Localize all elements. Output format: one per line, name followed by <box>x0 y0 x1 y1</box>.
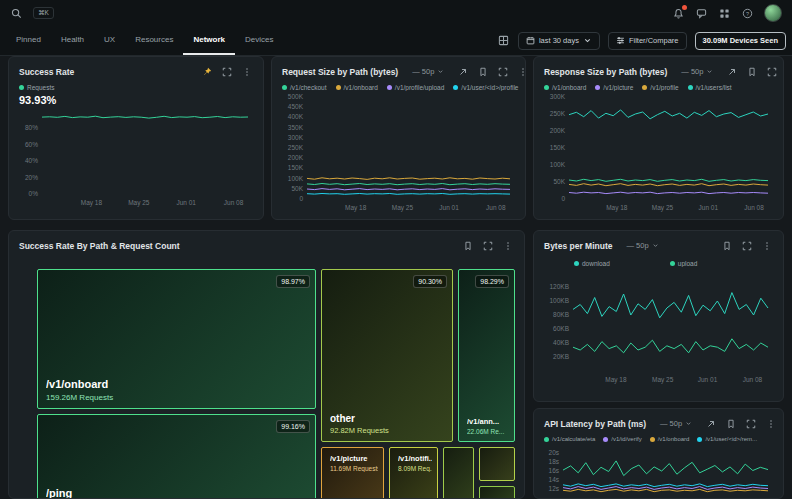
kebab-icon[interactable] <box>501 239 514 252</box>
svg-text:12s: 12s <box>549 485 560 492</box>
percentile-select[interactable]: — 50p <box>621 240 665 251</box>
legend-item[interactable]: Requests <box>19 84 54 91</box>
pin-icon[interactable] <box>200 65 213 78</box>
svg-text:May 18: May 18 <box>605 376 627 384</box>
percentile-select[interactable]: — 50p <box>675 66 719 77</box>
devices-seen-label: 30.09M Devices Seen <box>703 36 778 45</box>
layout-grid-icon[interactable] <box>497 34 510 47</box>
kebab-icon[interactable] <box>764 417 777 430</box>
legend-item[interactable]: /v1/user/<id>/profile <box>453 84 518 91</box>
search-icon[interactable] <box>10 7 23 20</box>
devices-seen-badge[interactable]: 30.09M Devices Seen <box>695 32 786 50</box>
svg-text:200K: 200K <box>550 127 566 134</box>
date-range-button[interactable]: last 30 days <box>518 32 600 50</box>
grid-icon[interactable] <box>718 7 731 20</box>
card-response-size: Response Size by Path (bytes) — 50p /v1/… <box>533 56 784 220</box>
kebab-icon[interactable] <box>760 239 773 252</box>
legend-item[interactable]: /v1/checkout <box>282 84 327 91</box>
legend-item[interactable]: /v1/onboard <box>650 436 690 442</box>
bookmark-icon[interactable] <box>476 65 489 78</box>
svg-text:400K: 400K <box>288 113 304 120</box>
bookmark-icon[interactable] <box>720 239 733 252</box>
tab-pinned[interactable]: Pinned <box>6 26 51 55</box>
svg-text:0: 0 <box>561 195 565 202</box>
bytes-per-minute-chart[interactable]: 20KB40KB60KB80KB100KB120KBMay 18May 25Ju… <box>543 269 774 385</box>
legend-item[interactable]: /v1/profile <box>642 84 678 91</box>
legend-item[interactable]: /v1/user/<id>/rem... <box>697 436 757 442</box>
legend-item[interactable]: download <box>574 260 610 267</box>
legend-item[interactable]: /v1/id/verify <box>603 436 641 442</box>
expand-icon[interactable] <box>744 417 757 430</box>
tab-network[interactable]: Network <box>183 26 235 55</box>
legend-item[interactable]: /v1/picture <box>595 84 633 91</box>
treemap-cell-v1-ann[interactable]: 98.29%/v1/ann...22.06M Re... <box>458 269 515 442</box>
tab-ux[interactable]: UX <box>94 26 125 55</box>
svg-text:100K: 100K <box>288 175 304 182</box>
svg-text:Jun 01: Jun 01 <box>698 376 718 383</box>
card-bytes-per-minute: Bytes per Minute — 50p downloadupload 20… <box>533 230 784 402</box>
treemap-cell-label: /v1/picture11.69M Requests <box>330 454 378 472</box>
svg-text:300K: 300K <box>550 93 566 100</box>
chevron-down-icon <box>437 68 444 75</box>
legend-item[interactable]: upload <box>670 260 698 267</box>
treemap-cell[interactable] <box>443 447 474 499</box>
treemap-cell-v1-picture[interactable]: /v1/picture11.69M Requests <box>321 447 384 499</box>
tab-health[interactable]: Health <box>51 26 94 55</box>
chart-legend: downloadupload <box>534 260 783 267</box>
treemap-cell[interactable] <box>479 447 515 481</box>
chat-icon[interactable] <box>695 7 708 20</box>
legend-item[interactable]: /v1/onboard <box>544 84 586 91</box>
percentile-select[interactable]: — 50p <box>406 66 450 77</box>
svg-text:14s: 14s <box>549 476 560 483</box>
svg-text:60%: 60% <box>25 141 38 148</box>
bell-icon[interactable] <box>672 7 685 20</box>
legend-item[interactable]: /v1/profile/upload <box>387 84 445 91</box>
treemap-cell-other[interactable]: 90.30%other92.82M Requests <box>321 269 453 442</box>
expand-icon[interactable] <box>740 239 753 252</box>
bookmark-icon[interactable] <box>461 239 474 252</box>
success-rate-chart[interactable]: 0%20%40%60%80%May 18May 25Jun 01Jun 08 <box>18 108 254 208</box>
treemap-cell[interactable] <box>479 486 515 499</box>
treemap-cell-v1-notifi[interactable]: /v1/notifi...8.09M Req... <box>389 447 438 499</box>
share-icon[interactable] <box>725 65 738 78</box>
legend-item[interactable]: /v1/onboard <box>336 84 378 91</box>
expand-icon[interactable] <box>496 65 509 78</box>
bookmark-icon[interactable] <box>745 65 758 78</box>
legend-item[interactable]: /v1/users/list <box>688 84 732 91</box>
expand-icon[interactable] <box>765 65 778 78</box>
expand-icon[interactable] <box>220 65 233 78</box>
bookmark-icon[interactable] <box>724 417 737 430</box>
filter-compare-button[interactable]: Filter/Compare <box>608 32 687 50</box>
chart-legend: /v1/calculate/eta/v1/id/verify/v1/onboar… <box>534 436 783 442</box>
tab-resources[interactable]: Resources <box>125 26 183 55</box>
share-icon[interactable] <box>704 417 717 430</box>
request-size-chart[interactable]: 050K100K150K200K250K300K350K400K450K500K… <box>281 93 516 213</box>
legend-dot <box>19 85 24 90</box>
avatar[interactable] <box>764 4 782 22</box>
tab-list: PinnedHealthUXResourcesNetworkDevices <box>6 26 283 55</box>
svg-text:450K: 450K <box>288 103 304 110</box>
svg-text:100KB: 100KB <box>549 297 569 304</box>
help-icon[interactable]: ? <box>741 7 754 20</box>
share-icon[interactable] <box>456 65 469 78</box>
api-latency-chart[interactable]: 12s14s16s18s20sMay 18May 25Jun 01Jun 08 <box>543 444 774 499</box>
response-size-chart[interactable]: 050K100K150K200K250K300KMay 18May 25Jun … <box>543 93 774 213</box>
svg-text:Jun 01: Jun 01 <box>176 199 196 206</box>
tab-devices[interactable]: Devices <box>235 26 283 55</box>
svg-text:Jun 08: Jun 08 <box>224 199 244 206</box>
success-rate-badge: 98.97% <box>276 275 310 288</box>
kebab-icon[interactable] <box>516 65 526 78</box>
expand-icon[interactable] <box>481 239 494 252</box>
legend-dot <box>453 85 458 90</box>
date-range-label: last 30 days <box>539 36 579 45</box>
treemap-cell-ping[interactable]: 99.16%/ping <box>37 414 316 499</box>
card-title: Success Rate <box>19 67 74 77</box>
svg-text:200K: 200K <box>288 154 304 161</box>
treemap-cell-label: other92.82M Requests <box>330 413 447 435</box>
card-title: Success Rate By Path & Request Count <box>19 241 180 251</box>
treemap-cell-v1-onboard[interactable]: 98.97%/v1/onboard159.26M Requests <box>37 269 316 409</box>
percentile-select[interactable]: — 50p <box>654 418 698 429</box>
kebab-icon[interactable] <box>240 65 253 78</box>
svg-text:300K: 300K <box>288 134 304 141</box>
legend-item[interactable]: /v1/calculate/eta <box>544 436 595 442</box>
